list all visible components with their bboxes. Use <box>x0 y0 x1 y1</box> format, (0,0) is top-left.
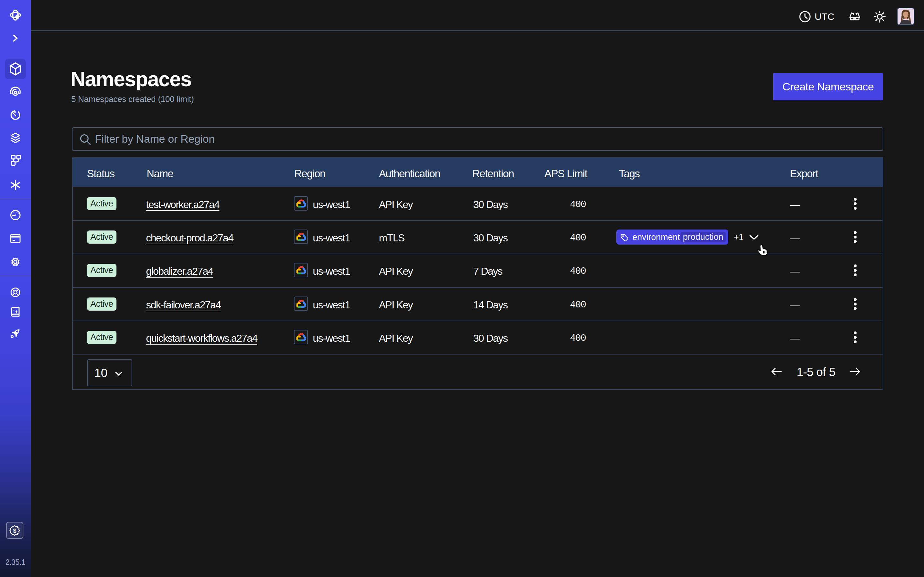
svg-text:$: $ <box>13 527 17 534</box>
